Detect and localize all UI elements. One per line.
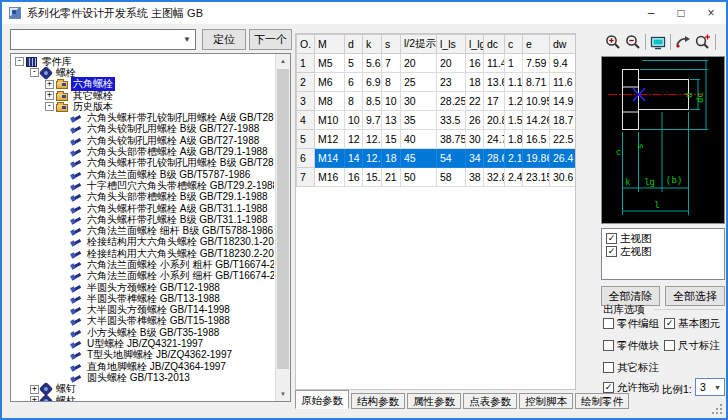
expand-icon[interactable]: + — [30, 385, 39, 394]
column-header[interactable]: dw — [550, 35, 577, 54]
view-label: 主视图 — [620, 232, 652, 246]
maximize-button[interactable]: □ — [666, 2, 696, 24]
column-header[interactable]: l_lg — [466, 35, 484, 54]
column-header[interactable]: e — [523, 35, 550, 54]
scroll-thumb[interactable] — [277, 69, 289, 369]
locate-combobox[interactable]: ▼ — [10, 29, 196, 50]
zoom-in-icon[interactable] — [603, 32, 623, 52]
column-header[interactable]: s — [382, 35, 401, 54]
option-其它标注[interactable]: 其它标注 — [603, 361, 659, 374]
option-基本图元[interactable]: ✓基本图元 — [664, 317, 720, 330]
column-header[interactable]: l_ls — [437, 35, 466, 54]
column-header[interactable]: k — [363, 35, 382, 54]
option-零件做块[interactable]: 零件做块 — [603, 339, 659, 352]
parameter-tabs: 原始参数结构参数属性参数点表参数控制脚本绘制零件 — [295, 390, 631, 409]
expand-icon[interactable]: + — [45, 91, 54, 100]
tree-item[interactable]: 圆头螺栓 GB/T13-2013 — [13, 372, 274, 383]
table-row[interactable]: 4M10109.7133533.52620.81.514.2618.7 — [297, 111, 577, 130]
minimize-button[interactable]: – — [636, 2, 666, 24]
tab-点表参数[interactable]: 点表参数 — [463, 393, 517, 409]
tree-item[interactable]: +其它螺栓 — [13, 90, 274, 101]
table-cell: M12 — [315, 130, 345, 149]
option-label: 基本图元 — [678, 317, 720, 331]
table-cell: 8 — [345, 92, 363, 111]
pan-icon[interactable] — [673, 32, 693, 52]
checkbox-icon[interactable] — [603, 362, 614, 373]
checkbox-icon[interactable] — [603, 318, 614, 329]
table-cell: 17 — [484, 92, 505, 111]
table-row[interactable]: 1M555.6720201611.417.599.4 — [297, 54, 577, 73]
group-divider — [654, 309, 724, 310]
checkbox-checked-icon[interactable]: ✓ — [664, 318, 675, 329]
table-cell: 16 — [345, 168, 363, 187]
checkbox-icon[interactable] — [603, 340, 614, 351]
column-header[interactable]: M — [315, 35, 345, 54]
table-row[interactable]: 2M666.9825231813.61.18.7111.6 — [297, 73, 577, 92]
option-label: 其它标注 — [617, 361, 659, 375]
column-header[interactable]: c — [505, 35, 523, 54]
column-header[interactable]: l/2提示 — [401, 35, 437, 54]
table-cell: 5.6 — [363, 54, 382, 73]
collapse-icon[interactable]: - — [45, 102, 54, 111]
checkbox-icon[interactable] — [664, 340, 675, 351]
tree-view: -零件库-螺栓+六角螺栓+其它螺栓-历史版本六角头螺杆带孔铰制孔用螺栓 A级 G… — [10, 53, 291, 402]
tree-scrollbar[interactable]: ▲ ▼ — [275, 54, 290, 401]
zoom-out-icon[interactable] — [623, 32, 643, 52]
expand-icon[interactable]: + — [45, 80, 54, 89]
cad-preview[interactable]: d dc c s k lg (b) l — [601, 56, 725, 224]
tree-item[interactable]: +六角螺栓 — [13, 79, 274, 90]
tab-结构参数[interactable]: 结构参数 — [351, 393, 405, 409]
column-header[interactable]: O. — [297, 35, 315, 54]
option-零件编组[interactable]: 零件编组 — [603, 317, 659, 330]
collapse-icon[interactable]: - — [15, 57, 24, 66]
table-row[interactable]: 5M121212.1154038.753024.71.816.522.5 — [297, 130, 577, 149]
locate-combo-input[interactable] — [13, 32, 178, 47]
option-允许拖动[interactable]: ✓允许拖动 — [603, 381, 659, 394]
option-label: 尺寸标注 — [678, 339, 720, 353]
toolbar-separator — [715, 34, 716, 50]
select-all-button[interactable]: 全部选择 — [665, 286, 725, 306]
tree-item[interactable]: -螺栓 — [13, 67, 274, 78]
locate-button[interactable]: 定位 — [202, 29, 246, 50]
toolbar-separator — [645, 34, 646, 50]
tree-item[interactable]: +螺柱 — [13, 395, 274, 401]
resize-grip[interactable] — [713, 405, 722, 414]
table-cell: 14.26 — [523, 111, 550, 130]
table-cell: 6 — [345, 73, 363, 92]
chevron-down-icon[interactable]: ▼ — [183, 35, 191, 44]
table-cell: 30 — [466, 130, 484, 149]
table-cell: 19.86 — [523, 149, 550, 168]
tree-item[interactable]: -零件库 — [13, 56, 274, 67]
column-header[interactable]: d — [345, 35, 363, 54]
scroll-up-icon[interactable]: ▲ — [276, 54, 290, 68]
table-row[interactable]: 3M888.5103028.2522171.210.9514.9 — [297, 92, 577, 111]
dim-label-c: c — [616, 148, 621, 158]
view-list-item[interactable]: ✓主视图 — [606, 232, 720, 245]
tab-原始参数[interactable]: 原始参数 — [295, 390, 349, 409]
scale-select[interactable]: 3 ▼ — [695, 378, 725, 396]
checkbox-checked-icon[interactable]: ✓ — [606, 246, 617, 257]
row-number-cell: 2 — [297, 73, 315, 92]
table-row[interactable]: 7M161615.22150583832.82.423.1530.6 — [297, 168, 577, 187]
fit-view-icon[interactable] — [648, 32, 668, 52]
tab-控制脚本[interactable]: 控制脚本 — [519, 393, 573, 409]
tab-属性参数[interactable]: 属性参数 — [407, 393, 461, 409]
table-row[interactable]: 6M141412.91845543428.62.119.8626.4 — [297, 149, 577, 168]
tab-绘制零件[interactable]: 绘制零件 — [575, 393, 629, 409]
expand-icon[interactable]: + — [30, 396, 39, 401]
next-button[interactable]: 下一个 — [249, 29, 292, 50]
option-尺寸标注[interactable]: 尺寸标注 — [664, 339, 720, 352]
close-button[interactable]: × — [696, 2, 726, 24]
view-list-item[interactable]: ✓左视图 — [606, 245, 720, 258]
tree-item[interactable]: +螺钉 — [13, 384, 274, 395]
table-cell: 28.6 — [484, 149, 505, 168]
scroll-down-icon[interactable]: ▼ — [276, 387, 290, 401]
collapse-icon[interactable]: - — [30, 68, 39, 77]
column-header[interactable]: dc — [484, 35, 505, 54]
zoom-extents-icon[interactable] — [693, 32, 713, 52]
bolt-icon — [71, 316, 82, 326]
checkbox-checked-icon[interactable]: ✓ — [606, 233, 617, 244]
checkbox-checked-icon[interactable]: ✓ — [603, 382, 614, 393]
table-cell: 15.2 — [363, 168, 382, 187]
bolt-icon — [71, 124, 82, 134]
